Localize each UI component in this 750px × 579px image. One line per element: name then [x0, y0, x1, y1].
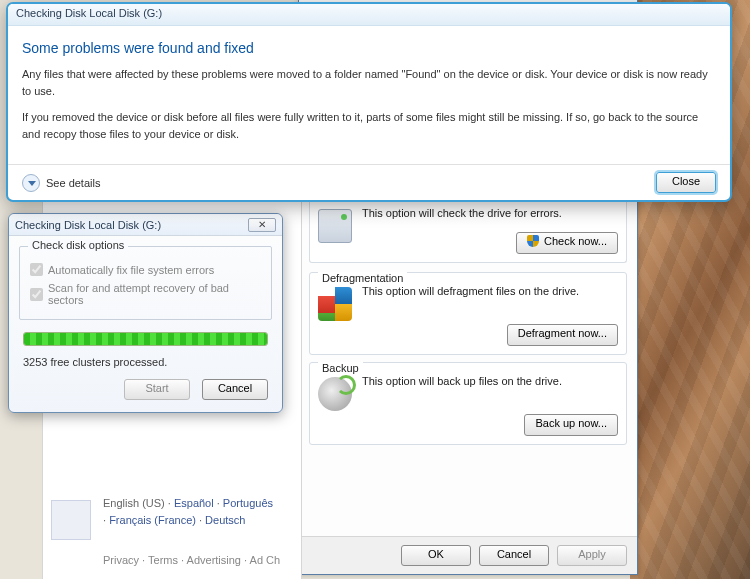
check-disk-options-label: Check disk options [28, 239, 128, 251]
check-now-button[interactable]: Check now... [516, 232, 618, 254]
scan-recover-label: Scan for and attempt recovery of bad sec… [48, 282, 261, 306]
lang-fr-link[interactable]: Français (France) [109, 514, 196, 526]
autofix-label: Automatically fix file system errors [48, 264, 214, 276]
check-disk-options-group: Check disk options Automatically fix fil… [19, 246, 272, 320]
foot-advertising-link[interactable]: Advertising [187, 554, 241, 566]
properties-button-row: OK Cancel Apply [299, 536, 637, 574]
progress-dialog-close-button[interactable]: ✕ [248, 218, 276, 232]
autofix-checkbox[interactable] [30, 263, 43, 276]
result-close-button[interactable]: Close [656, 172, 716, 193]
result-dialog-body: Some problems were found and fixed Any f… [8, 26, 730, 142]
backup-icon [318, 377, 352, 411]
foot-privacy-link[interactable]: Privacy [103, 554, 139, 566]
uac-shield-icon [527, 235, 539, 247]
defrag-icon [318, 287, 352, 321]
check-now-label: Check now... [544, 235, 607, 247]
progress-dialog-titlebar[interactable]: Checking Disk Local Disk (G:) ✕ [9, 214, 282, 236]
progress-cancel-button[interactable]: Cancel [202, 379, 268, 400]
back-up-now-button[interactable]: Back up now... [524, 414, 618, 436]
backup-group-label: Backup [318, 362, 363, 374]
foot-adchoices-link[interactable]: Ad Ch [250, 554, 281, 566]
defrag-group-label: Defragmentation [318, 272, 407, 284]
scan-recover-checkbox-row[interactable]: Scan for and attempt recovery of bad sec… [30, 282, 261, 306]
error-check-desc: This option will check the drive for err… [362, 207, 618, 219]
see-details-toggle[interactable]: See details [22, 174, 100, 192]
result-heading: Some problems were found and fixed [22, 40, 716, 56]
check-disk-status-text: 3253 free clusters processed. [23, 356, 167, 368]
result-paragraph-1: Any files that were affected by these pr… [22, 66, 716, 99]
chevron-down-icon [22, 174, 40, 192]
check-disk-progress-bar [23, 332, 268, 346]
progress-dialog-title: Checking Disk Local Disk (G:) [15, 219, 161, 231]
progress-dialog-buttons: Start Cancel [124, 379, 268, 400]
backup-desc: This option will back up files on the dr… [362, 375, 618, 387]
drive-icon [318, 209, 352, 243]
autofix-checkbox-row[interactable]: Automatically fix file system errors [30, 263, 261, 276]
language-list: English (US) · Español · Português · Fra… [103, 495, 291, 530]
scan-recover-checkbox[interactable] [30, 288, 43, 301]
lang-en: English (US) [103, 497, 165, 509]
result-dialog-title: Checking Disk Local Disk (G:) [16, 7, 162, 19]
result-paragraph-2: If you removed the device or disk before… [22, 109, 716, 142]
ok-button[interactable]: OK [401, 545, 471, 566]
see-details-label: See details [46, 177, 100, 189]
start-button[interactable]: Start [124, 379, 190, 400]
progress-fill [24, 333, 267, 345]
backup-group: Backup This option will back up files on… [309, 362, 627, 445]
facebook-badge [51, 500, 91, 540]
checking-disk-progress-dialog: Checking Disk Local Disk (G:) ✕ Check di… [8, 213, 283, 413]
footer-links: Privacy · Terms · Advertising · Ad Ch [103, 552, 291, 570]
defrag-desc: This option will defragment files on the… [362, 285, 618, 297]
lang-pt-link[interactable]: Português [223, 497, 273, 509]
foot-terms-link[interactable]: Terms [148, 554, 178, 566]
error-checking-group: This option will check the drive for err… [309, 195, 627, 263]
check-disk-result-dialog: Checking Disk Local Disk (G:) Some probl… [6, 2, 732, 202]
cancel-button[interactable]: Cancel [479, 545, 549, 566]
apply-button[interactable]: Apply [557, 545, 627, 566]
lang-de-link[interactable]: Deutsch [205, 514, 245, 526]
result-dialog-titlebar[interactable]: Checking Disk Local Disk (G:) [8, 4, 730, 26]
lang-es-link[interactable]: Español [174, 497, 214, 509]
result-dialog-footer: See details Close [8, 164, 730, 200]
defragment-now-button[interactable]: Defragment now... [507, 324, 618, 346]
defragmentation-group: Defragmentation This option will defragm… [309, 272, 627, 355]
